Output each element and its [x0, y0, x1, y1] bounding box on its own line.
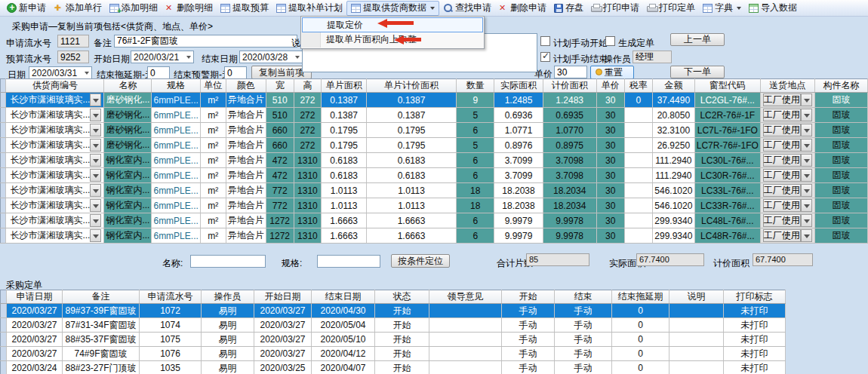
- row-selector[interactable]: [1, 138, 6, 153]
- cell[interactable]: 1.6663: [322, 213, 367, 228]
- cell[interactable]: 272: [294, 108, 322, 123]
- cell[interactable]: 546.1020: [652, 183, 694, 198]
- cell[interactable]: 1310: [294, 168, 322, 183]
- cell[interactable]: 异地合片: [226, 93, 266, 108]
- column-header[interactable]: 数量: [457, 79, 494, 93]
- cell[interactable]: 钢化室内...: [104, 228, 152, 244]
- toolbar-save[interactable]: 存盘: [550, 1, 587, 16]
- cell[interactable]: 易明: [202, 361, 254, 374]
- cell[interactable]: 18.2034: [543, 183, 596, 198]
- delivery-dropdown-icon[interactable]: [801, 214, 812, 227]
- column-header[interactable]: 状态: [375, 290, 429, 304]
- cell[interactable]: 0.8975: [543, 138, 596, 153]
- column-header[interactable]: 宽: [266, 79, 294, 93]
- cell[interactable]: 1076: [140, 347, 202, 361]
- cell[interactable]: 0: [612, 347, 669, 361]
- column-header[interactable]: 领导意见: [429, 290, 502, 304]
- operator-input[interactable]: [633, 51, 672, 63]
- cell[interactable]: 1.6663: [366, 228, 456, 244]
- cell[interactable]: 6: [457, 153, 494, 168]
- cell[interactable]: 5: [457, 108, 494, 123]
- cell[interactable]: 未打印: [724, 361, 786, 374]
- cell[interactable]: 1.0771: [494, 123, 543, 138]
- cell[interactable]: 74#9F窗固玻: [63, 347, 140, 361]
- delivery-dropdown-icon[interactable]: [801, 169, 812, 182]
- cell[interactable]: 9: [457, 93, 494, 108]
- cell[interactable]: 易明: [202, 333, 254, 347]
- column-header[interactable]: 结束日期: [312, 290, 375, 304]
- cell[interactable]: 1310: [294, 228, 322, 244]
- manual-start-checkbox[interactable]: [540, 36, 550, 46]
- cell[interactable]: 6: [457, 213, 494, 228]
- cell[interactable]: 18.2038: [494, 183, 543, 198]
- cell[interactable]: m²: [200, 108, 226, 123]
- cell[interactable]: 2020/03/24: [7, 361, 63, 374]
- table-row[interactable]: 长沙市潇湘玻璃实...磨砂钢化...6mmPLE...m²异地合片5102720…: [1, 108, 868, 123]
- cell[interactable]: 772: [266, 198, 294, 213]
- delivery-dropdown-icon[interactable]: [801, 184, 812, 197]
- cell[interactable]: [624, 153, 652, 168]
- table-row[interactable]: 2020/03/2488#23-27F门顶玻1035易明2020/03/2520…: [1, 361, 786, 374]
- cell[interactable]: 固玻: [814, 168, 867, 183]
- cell[interactable]: 开始: [375, 361, 429, 374]
- cell[interactable]: 2020/03/27: [254, 347, 312, 361]
- column-header[interactable]: 窗型代码: [694, 79, 760, 93]
- cell[interactable]: 0.1795: [366, 138, 456, 153]
- cell[interactable]: [429, 361, 502, 374]
- cell[interactable]: [624, 168, 652, 183]
- row-selector[interactable]: [1, 361, 7, 374]
- cell[interactable]: 1.0770: [543, 123, 596, 138]
- cell[interactable]: 长沙市潇湘玻璃实...: [6, 93, 104, 108]
- cell[interactable]: 1.6663: [322, 228, 367, 244]
- supplier-dropdown-icon[interactable]: [90, 94, 101, 106]
- delivery-dropdown-icon[interactable]: [801, 199, 812, 212]
- cell[interactable]: 1.2485: [494, 93, 543, 108]
- cell[interactable]: 510: [266, 108, 294, 123]
- delivery-dropdown-icon[interactable]: [801, 154, 812, 167]
- cell[interactable]: 磨砂钢化...: [104, 138, 152, 153]
- cell[interactable]: 2020/05/10: [312, 333, 375, 347]
- cell[interactable]: 6mmPLE...: [152, 138, 200, 153]
- supplier-dropdown-icon[interactable]: [90, 139, 101, 152]
- toolbar-print-request[interactable]: 打印申请: [587, 1, 643, 16]
- supplier-dropdown-icon[interactable]: [90, 154, 101, 167]
- cell[interactable]: 30: [596, 123, 624, 138]
- cell[interactable]: 3.7098: [543, 153, 596, 168]
- row-selector[interactable]: [1, 333, 7, 347]
- cell[interactable]: 0.1795: [322, 138, 367, 153]
- cell[interactable]: [669, 347, 724, 361]
- delay-input[interactable]: [147, 66, 170, 79]
- cell[interactable]: 30: [596, 138, 624, 153]
- supplier-dropdown-icon[interactable]: [90, 124, 101, 136]
- column-header[interactable]: 单片计价面积: [366, 79, 456, 93]
- cell[interactable]: 1.0113: [322, 198, 367, 213]
- cell[interactable]: 546.1020: [652, 198, 694, 213]
- cell[interactable]: 2020/04/12: [312, 347, 375, 361]
- toolbar-dictionary[interactable]: 字典: [699, 1, 745, 16]
- cell[interactable]: m²: [200, 153, 226, 168]
- cell[interactable]: 手动: [555, 333, 612, 347]
- cell[interactable]: 长沙市潇湘玻璃实...: [6, 153, 104, 168]
- cell[interactable]: 钢化室内...: [104, 183, 152, 198]
- cell[interactable]: LC7R-76#-1FO: [694, 138, 760, 153]
- delivery-dropdown-icon[interactable]: [801, 109, 812, 121]
- cell[interactable]: 89#37-39F窗固玻: [63, 304, 140, 318]
- cell[interactable]: 660: [266, 123, 294, 138]
- cell[interactable]: 472: [266, 168, 294, 183]
- cell[interactable]: 长沙市潇湘玻璃实...: [6, 123, 104, 138]
- cell[interactable]: [669, 304, 724, 318]
- cell[interactable]: 固玻: [814, 138, 867, 153]
- cell[interactable]: 3.7098: [543, 168, 596, 183]
- cell[interactable]: 工厂使用: [760, 153, 814, 168]
- cell[interactable]: 6mmPLE...: [152, 168, 200, 183]
- row-selector[interactable]: [1, 304, 7, 318]
- cell[interactable]: 0.1387: [366, 93, 456, 108]
- cell[interactable]: 6: [457, 228, 494, 244]
- cell[interactable]: 工厂使用: [760, 213, 814, 228]
- cell[interactable]: 未打印: [724, 318, 786, 333]
- cell[interactable]: 手动: [555, 361, 612, 374]
- cell[interactable]: 钢化室内...: [104, 198, 152, 213]
- cell[interactable]: 工厂使用: [760, 183, 814, 198]
- table-row[interactable]: 长沙市潇湘玻璃实...钢化室内...6mmPLE...m²异地合片1272131…: [1, 228, 868, 244]
- cell[interactable]: 2020/03/27: [7, 304, 63, 318]
